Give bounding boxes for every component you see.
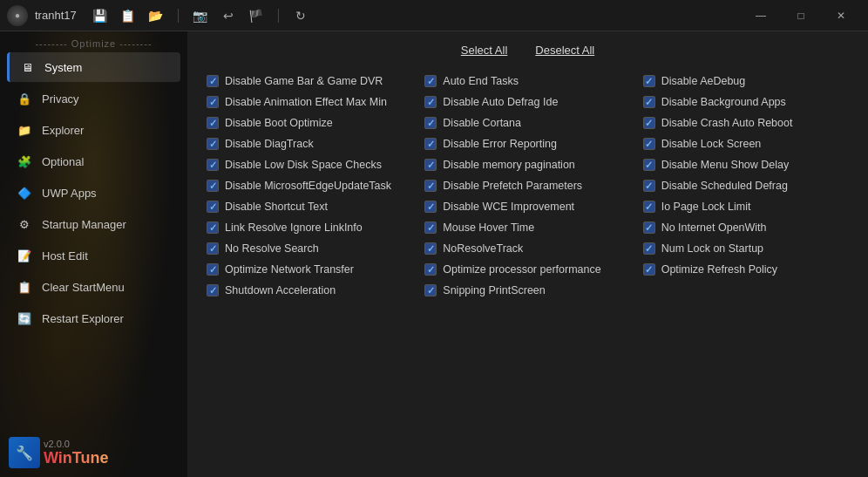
check-label: Disable memory pagination [443,159,574,171]
checkbox[interactable] [643,138,655,150]
minimize-button[interactable]: — [741,3,781,29]
checkbox[interactable] [643,117,655,129]
checkbox[interactable] [424,284,437,296]
checkbox[interactable] [643,75,655,87]
check-item[interactable]: Disable Crash Auto Reboot [641,114,851,132]
checkbox[interactable] [207,221,219,234]
checkbox[interactable] [643,221,655,234]
maximize-button[interactable]: □ [781,3,821,29]
sidebar-item-privacy[interactable]: 🔒 Privacy [7,84,180,113]
check-item[interactable]: Auto End Tasks [423,72,632,90]
check-item[interactable]: Disable WCE Improvement [423,198,632,215]
checkbox[interactable] [424,263,437,276]
sidebar-item-label: Explorer [42,124,84,137]
check-item[interactable]: Num Lock on Startup [641,240,851,257]
check-item[interactable]: Disable Cortana [423,114,632,132]
check-item[interactable]: Disable Background Apps [641,93,851,111]
check-item[interactable]: Disable Low Disk Space Checks [205,156,414,174]
undo-icon[interactable]: ↩ [219,6,238,25]
check-item[interactable]: Mouse Hover Time [423,219,632,236]
sidebar-item-label: System [44,61,82,74]
check-item[interactable]: Disable Boot Optimize [205,114,414,132]
checkbox[interactable] [207,96,219,108]
checkbox[interactable] [424,242,437,255]
checkbox[interactable] [207,263,219,276]
deselect-all-button[interactable]: Deselect All [532,42,598,58]
check-item[interactable]: Snipping PrintScreen [423,282,632,299]
check-item[interactable]: Disable DiagTrack [205,135,414,153]
checkbox[interactable] [424,138,437,150]
checkbox[interactable] [424,75,437,87]
sidebar-item-hostfile[interactable]: 📝 Host Edit [7,241,180,270]
check-item[interactable]: No Resolve Search [205,240,414,257]
sidebar-item-system[interactable]: 🖥 System [7,52,180,82]
checkbox[interactable] [207,201,219,213]
checkbox[interactable] [424,201,437,213]
checkbox[interactable] [643,96,655,108]
check-item[interactable]: Disable memory pagination [423,156,632,174]
camera-icon[interactable]: 📷 [191,6,210,25]
checkbox[interactable] [424,221,437,234]
check-label: Optimize Network Transfer [225,263,354,276]
sidebar-item-startmenu[interactable]: 📋 Clear StartMenu [7,272,180,302]
checkbox[interactable] [643,201,655,213]
save-icon[interactable]: 💾 [91,6,110,25]
check-item[interactable]: Disable Scheduled Defrag [641,177,851,194]
check-item[interactable]: Disable Animation Effect Max Min [205,93,414,111]
check-label: Auto End Tasks [443,75,519,87]
checkbox[interactable] [643,242,655,255]
check-label: Disable Animation Effect Max Min [225,96,387,108]
check-item[interactable]: Disable Error Reporting [423,135,632,153]
checkbox[interactable] [424,159,437,171]
logo-icon: 🔧 [9,437,40,468]
checkbox[interactable] [207,138,219,150]
close-button[interactable]: ✕ [821,3,861,29]
sidebar-nav: 🖥 System 🔒 Privacy 📁 Explorer 🧩 Optional… [0,52,187,333]
check-item[interactable]: Disable Menu Show Delay [641,156,851,174]
checkbox[interactable] [207,284,219,296]
check-item-empty [641,282,851,299]
check-item[interactable]: No Internet OpenWith [641,219,851,236]
check-item[interactable]: Disable AeDebug [641,72,851,90]
sidebar-item-startup[interactable]: ⚙ Startup Manager [7,209,180,239]
checkbox[interactable] [207,180,219,192]
folder-icon[interactable]: 📂 [146,6,166,25]
check-item[interactable]: Optimize processor performance [423,261,632,278]
checkbox[interactable] [207,75,219,87]
checkbox[interactable] [643,159,655,171]
check-item[interactable]: Disable Auto Defrag Ide [423,93,632,111]
checkbox[interactable] [424,117,437,129]
sidebar-item-restart[interactable]: 🔄 Restart Explorer [7,303,180,333]
check-item[interactable]: Disable Game Bar & Game DVR [205,72,414,90]
restart-icon: 🔄 [16,310,33,327]
check-item[interactable]: Disable MicrosoftEdgeUpdateTask [205,177,414,194]
check-label: Shutdown Acceleration [225,284,336,296]
check-item[interactable]: Shutdown Acceleration [205,282,414,299]
checkbox[interactable] [207,242,219,255]
checkbox[interactable] [207,159,219,171]
checkbox[interactable] [424,96,437,108]
copy-icon[interactable]: 📋 [119,6,138,25]
check-item[interactable]: Io Page Lock Limit [641,198,851,215]
app-logo-block: 🔧 v2.0.0 WinTune [9,437,109,468]
check-item[interactable]: Disable Shortcut Text [205,198,414,215]
check-item[interactable]: Link Resolve Ignore LinkInfo [205,219,414,236]
checkbox[interactable] [207,117,219,129]
check-item[interactable]: Optimize Network Transfer [205,261,414,278]
check-item[interactable]: Disable Lock Screen [641,135,851,153]
checkbox[interactable] [643,263,655,276]
check-label: Disable Cortana [443,117,521,129]
check-item[interactable]: Optimize Refresh Policy [641,261,851,278]
content-area: Select All Deselect All Disable Game Bar… [187,31,868,477]
sidebar-item-optional[interactable]: 🧩 Optional [7,147,180,176]
checkbox[interactable] [424,180,437,192]
select-all-button[interactable]: Select All [458,42,511,58]
sidebar-item-explorer[interactable]: 📁 Explorer [7,115,180,145]
checkbox[interactable] [643,180,655,192]
startup-icon: ⚙ [16,215,33,233]
flag-icon[interactable]: 🏴 [247,6,266,25]
refresh-icon[interactable]: ↻ [291,6,310,25]
sidebar-item-uwp[interactable]: 🔷 UWP Apps [7,178,180,208]
check-item[interactable]: NoResolveTrack [423,240,632,257]
check-item[interactable]: Disable Prefetch Parameters [423,177,632,194]
